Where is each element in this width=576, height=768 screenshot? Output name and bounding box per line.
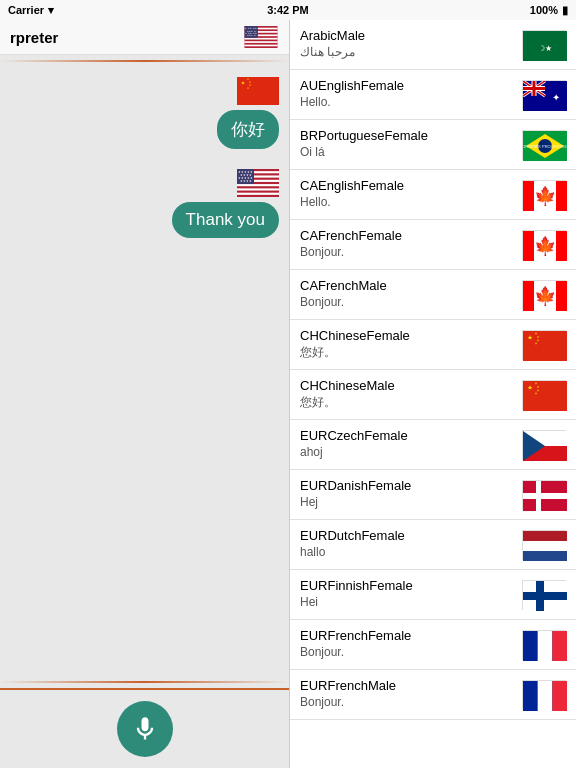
svg-rect-107 [523, 551, 567, 561]
voice-name-label: EURFrenchFemale [300, 628, 516, 645]
svg-text:🍁: 🍁 [534, 235, 557, 257]
svg-rect-38 [237, 193, 279, 195]
china-flag-icon [237, 77, 279, 105]
flag-icon-cz [522, 430, 566, 460]
voice-info: AUEnglishFemaleHello. [300, 78, 516, 110]
svg-rect-85 [556, 281, 567, 311]
flag-icon-ca: 🍁 [522, 280, 566, 310]
flag-icon-ca: 🍁 [522, 230, 566, 260]
svg-text:★: ★ [249, 179, 252, 183]
voice-info: EURFrenchMaleBonjour. [300, 678, 516, 710]
app-title: rpreter [10, 29, 58, 46]
voice-name-label: CHChineseFemale [300, 328, 516, 345]
voice-name-label: AUEnglishFemale [300, 78, 516, 95]
svg-text:ORDEM E PROGRESSO: ORDEM E PROGRESSO [523, 144, 567, 149]
flag-icon-cn [522, 330, 566, 360]
svg-rect-84 [523, 281, 534, 311]
voice-greeting-label: Hei [300, 595, 516, 611]
voice-list-item[interactable]: CAFrenchFemaleBonjour.🍁 [290, 220, 576, 270]
flag-icon-au: ✦ [522, 80, 566, 110]
voice-list-item[interactable]: CHChineseFemale您好。 [290, 320, 576, 370]
voice-list-item[interactable]: CAFrenchMaleBonjour.🍁 [290, 270, 576, 320]
voice-info: CAEnglishFemaleHello. [300, 178, 516, 210]
voice-name-label: BRPortugueseFemale [300, 128, 516, 145]
voice-greeting-label: Bonjour. [300, 295, 516, 311]
voice-list-item[interactable]: ArabicMaleمرحبا هناك☽★ [290, 20, 576, 70]
wifi-icon: ▾ [48, 4, 54, 17]
voice-name-label: EURDanishFemale [300, 478, 516, 495]
svg-text:✦: ✦ [552, 92, 560, 103]
voice-info: CAFrenchFemaleBonjour. [300, 228, 516, 260]
english-message-group: ★★★★★ ★★★★ ★★★★★ ★★★★ Thank you [10, 169, 279, 238]
top-divider [0, 60, 289, 62]
voice-list-item[interactable]: EURFinnishFemaleHei [290, 570, 576, 620]
us-flag-row: ★★★★★ ★★★★ ★★★★★ ★★★★ [10, 169, 279, 197]
voice-info: EURFrenchFemaleBonjour. [300, 628, 516, 660]
voice-info: ArabicMaleمرحبا هناك [300, 28, 516, 60]
svg-rect-110 [536, 581, 544, 611]
voice-greeting-label: 您好。 [300, 395, 516, 411]
mic-button[interactable] [117, 701, 173, 757]
voice-info: EURFinnishFemaleHei [300, 578, 516, 610]
voice-greeting-label: Bonjour. [300, 695, 516, 711]
voice-info: CAFrenchMaleBonjour. [300, 278, 516, 310]
voice-list-item[interactable]: EURDutchFemalehallo [290, 520, 576, 570]
chinese-greeting-bubble: 你好 [217, 110, 279, 149]
chinese-message-group: 你好 [10, 77, 279, 149]
svg-rect-37 [237, 188, 279, 190]
voice-name-label: EURCzechFemale [300, 428, 516, 445]
voice-greeting-label: Bonjour. [300, 245, 516, 261]
app-title-bar: rpreter ★★★★★ ★★★★ ★★★★★ ★★★★ [0, 20, 289, 55]
voice-name-label: EURDutchFemale [300, 528, 516, 545]
right-panel[interactable]: ArabicMaleمرحبا هناك☽★AUEnglishFemaleHel… [290, 20, 576, 768]
voice-greeting-label: 您好。 [300, 345, 516, 361]
svg-text:☽★: ☽★ [538, 44, 552, 53]
flag-icon-br: ORDEM E PROGRESSO [522, 130, 566, 160]
voice-list-item[interactable]: AUEnglishFemaleHello.✦ [290, 70, 576, 120]
voice-greeting-label: Hello. [300, 95, 516, 111]
voice-list-item[interactable]: EURFrenchMaleBonjour. [290, 670, 576, 720]
voice-greeting-label: مرحبا هناك [300, 45, 516, 61]
voice-list-item[interactable]: EURDanishFemaleHej [290, 470, 576, 520]
svg-rect-5 [245, 41, 278, 43]
svg-text:🍁: 🍁 [534, 285, 557, 307]
svg-rect-6 [245, 45, 278, 47]
voice-info: EURDanishFemaleHej [300, 478, 516, 510]
us-flag-chat-icon: ★★★★★ ★★★★ ★★★★★ ★★★★ [237, 169, 279, 197]
svg-rect-109 [523, 592, 567, 600]
voice-greeting-label: ahoj [300, 445, 516, 461]
svg-rect-76 [523, 181, 534, 211]
voice-list-item[interactable]: BRPortugueseFemaleOi láORDEM E PROGRESSO [290, 120, 576, 170]
voice-info: CHChineseFemale您好。 [300, 328, 516, 360]
chat-area: 你好 ★★★★ [0, 67, 289, 676]
svg-rect-36 [237, 184, 279, 186]
voice-name-label: CAFrenchFemale [300, 228, 516, 245]
svg-text:🍁: 🍁 [534, 185, 557, 207]
svg-rect-4 [245, 38, 278, 40]
voice-info: CHChineseMale您好。 [300, 378, 516, 410]
flag-icon-cn [522, 380, 566, 410]
voice-name-label: CHChineseMale [300, 378, 516, 395]
voice-name-label: CAFrenchMale [300, 278, 516, 295]
voice-list-item[interactable]: EURFrenchFemaleBonjour. [290, 620, 576, 670]
voice-list-item[interactable]: CHChineseMale您好。 [290, 370, 576, 420]
voice-name-label: EURFrenchMale [300, 678, 516, 695]
voice-list-item[interactable]: CAEnglishFemaleHello.🍁 [290, 170, 576, 220]
time-label: 3:42 PM [267, 4, 309, 16]
svg-rect-26 [237, 77, 279, 105]
status-bar: Carrier ▾ 3:42 PM 100% ▮ [0, 0, 576, 20]
left-panel: rpreter ★★★★★ ★★★★ ★★★★★ ★★★★ [0, 20, 290, 768]
flag-icon-nl [522, 530, 566, 560]
flag-icon-ca: 🍁 [522, 180, 566, 210]
svg-rect-106 [523, 541, 567, 551]
svg-rect-113 [552, 631, 567, 661]
voice-greeting-label: Oi lá [300, 145, 516, 161]
voice-name-label: CAEnglishFemale [300, 178, 516, 195]
voice-greeting-label: Bonjour. [300, 645, 516, 661]
us-flag-header-icon: ★★★★★ ★★★★ ★★★★★ ★★★★ [243, 26, 279, 48]
battery-icon: ▮ [562, 4, 568, 17]
voice-list-item[interactable]: EURCzechFemaleahoj [290, 420, 576, 470]
svg-rect-112 [538, 631, 553, 661]
english-greeting-bubble: Thank you [172, 202, 279, 238]
carrier-label: Carrier [8, 4, 44, 16]
